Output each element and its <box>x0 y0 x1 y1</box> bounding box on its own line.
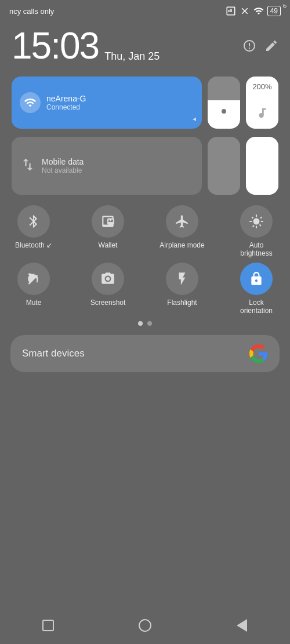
recents-icon <box>42 620 54 631</box>
toggles-row-2: Mute Screenshot Flashlight <box>10 263 280 315</box>
pagination-dots <box>0 321 290 326</box>
home-icon <box>139 619 151 632</box>
quick-toggles: Bluetooth ↙ Wallet Airplane mode <box>0 205 290 315</box>
svg-point-0 <box>222 109 226 114</box>
toggle-mute[interactable]: Mute <box>10 263 57 315</box>
volume-slider[interactable]: 200% <box>246 77 278 129</box>
auto-brightness-circle <box>240 205 273 238</box>
wallet-label: Wallet <box>99 241 118 249</box>
toggle-lock-orientation[interactable]: ↻ Lock orientation <box>233 263 280 315</box>
clock-date: Thu, Jan 25 <box>104 50 160 67</box>
recents-button[interactable] <box>37 614 60 637</box>
airplane-label: Airplane mode <box>160 241 204 249</box>
back-button[interactable] <box>230 614 253 637</box>
back-icon <box>237 619 247 632</box>
toggle-screenshot[interactable]: Screenshot <box>85 263 131 315</box>
clock-actions <box>242 39 278 53</box>
lock-orientation-circle: ↻ <box>240 263 273 295</box>
toggle-airplane[interactable]: Airplane mode <box>159 205 205 258</box>
toggle-flashlight[interactable]: Flashlight <box>159 263 205 315</box>
nfc-icon <box>226 6 236 16</box>
dot-2 <box>147 321 152 326</box>
volume-percent: 200% <box>252 82 271 91</box>
wifi-arrow: ◂ <box>193 115 196 123</box>
wifi-name: neArena-G <box>46 94 86 103</box>
data-info: Mobile data Not available <box>42 157 84 174</box>
clock-row: 15:03 Thu, Jan 25 <box>0 20 290 77</box>
screenshot-icon <box>100 271 115 286</box>
dot-1 <box>138 321 143 326</box>
mute-icon <box>26 271 41 286</box>
screenshot-label: Screenshot <box>90 299 126 307</box>
brightness-icon <box>217 104 231 121</box>
google-home-icon <box>249 344 268 363</box>
wifi-info: neArena-G Connected <box>46 94 86 111</box>
wifi-status: Connected <box>46 103 86 111</box>
screenshot-circle <box>92 263 124 295</box>
flashlight-icon <box>175 271 190 286</box>
wifi-card[interactable]: neArena-G Connected ◂ <box>12 77 202 129</box>
toggle-bluetooth[interactable]: Bluetooth ↙ <box>10 205 57 258</box>
smart-devices-card[interactable]: Smart devices <box>10 335 280 372</box>
airplane-circle <box>166 205 198 238</box>
wallet-circle <box>92 205 124 238</box>
bluetooth-label: Bluetooth ↙ <box>15 241 52 249</box>
volume-icon <box>256 107 269 122</box>
status-icons: 49 <box>226 6 281 16</box>
home-button[interactable] <box>133 614 157 637</box>
wallet-icon <box>100 214 115 229</box>
status-bar: ncy calls only 49 <box>0 0 290 20</box>
wifi-icon-circle <box>20 92 41 113</box>
toggles-row-1: Bluetooth ↙ Wallet Airplane mode <box>10 205 280 258</box>
mobile-data-card[interactable]: Mobile data Not available <box>12 137 202 195</box>
clock-time: 15:03 <box>12 24 99 67</box>
auto-brightness-icon <box>249 214 264 229</box>
battery-indicator: 49 <box>267 6 281 16</box>
flashlight-label: Flashlight <box>167 299 197 307</box>
wifi-icon <box>253 6 264 16</box>
sliders-section: neArena-G Connected ◂ 200% <box>0 77 290 129</box>
brightness-slider[interactable] <box>208 77 240 129</box>
second-row: Mobile data Not available <box>0 137 290 195</box>
brightness-settings-icon[interactable] <box>242 39 256 53</box>
mobile-data-label: Mobile data <box>42 157 84 166</box>
flashlight-circle <box>166 263 198 295</box>
mobile-data-status: Not available <box>42 166 84 174</box>
smart-devices-label: Smart devices <box>22 348 85 359</box>
toggle-auto-brightness[interactable]: Auto brightness <box>233 205 280 258</box>
data-icon <box>20 157 36 175</box>
toggle-wallet[interactable]: Wallet <box>85 205 131 258</box>
lock-orientation-icon <box>249 271 264 286</box>
x-icon <box>240 6 250 16</box>
airplane-icon <box>175 214 190 229</box>
nav-bar <box>0 609 290 644</box>
bluetooth-icon <box>26 214 41 229</box>
status-left-text: ncy calls only <box>9 7 54 16</box>
mute-label: Mute <box>26 299 42 307</box>
wifi-symbol <box>24 96 37 109</box>
auto-brightness-label: Auto brightness <box>233 241 280 258</box>
lock-orientation-label: Lock orientation <box>233 299 280 315</box>
mute-circle <box>17 263 50 295</box>
edit-icon[interactable] <box>264 39 278 53</box>
bluetooth-circle <box>17 205 50 238</box>
